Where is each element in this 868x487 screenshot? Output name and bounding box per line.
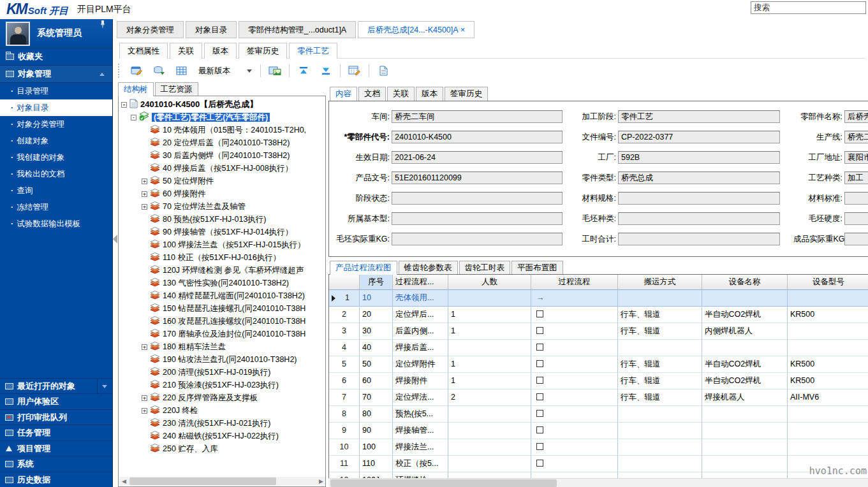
sidebar-subitem[interactable]: 我检出的文档	[0, 166, 112, 182]
sidebar-item[interactable]: 系统	[0, 456, 112, 472]
field-input[interactable]	[392, 212, 563, 225]
cell-flow[interactable]	[531, 456, 618, 472]
tree-operation-node[interactable]: 30 后盖内侧焊（同2401010-T38H2)	[121, 149, 325, 162]
scrollbar-thumb[interactable]	[330, 479, 557, 487]
content-tab[interactable]: 文档	[358, 87, 386, 101]
row-header-cell[interactable]: 7	[329, 389, 360, 406]
cell-equipment[interactable]	[702, 423, 788, 439]
cell-seq[interactable]: 70	[360, 389, 393, 406]
row-header-cell[interactable]: 4	[329, 340, 360, 356]
cell-transport[interactable]: 行车、辊道	[618, 389, 702, 406]
cell-seq[interactable]: 80	[360, 406, 393, 423]
tree-operation-node[interactable]: +220 反序焊管路座及支撑板	[121, 391, 325, 404]
cell-transport[interactable]: 行车、辊道	[618, 323, 702, 340]
cell-people[interactable]	[448, 439, 531, 456]
search-input[interactable]	[751, 1, 866, 14]
cell-name[interactable]: 壳体领用...	[393, 290, 448, 307]
table-row[interactable]: 550定位焊附件1行车、辊道半自动CO2焊机KR500	[329, 356, 868, 373]
table-row[interactable]: 10100焊接法兰...	[329, 439, 868, 456]
field-input[interactable]: 2021-06-24	[392, 151, 563, 164]
cell-equipment[interactable]: 焊接机器人	[702, 389, 788, 406]
tree-operation-node[interactable]: 160 攻琵琶孔连接螺纹(同2401010-T38H	[121, 315, 325, 328]
cell-equipment[interactable]	[702, 406, 788, 423]
main-tab[interactable]: 对象目录	[186, 21, 237, 38]
field-input[interactable]: 桥壳二车间	[392, 110, 563, 123]
content-tab[interactable]: 内容	[330, 87, 357, 101]
field-input[interactable]	[618, 192, 780, 205]
tree-operation-node[interactable]: 90 焊接轴管（按51XF-HJ-014执行）	[121, 226, 325, 238]
field-input[interactable]: 桥壳总成	[618, 171, 780, 184]
tree-tab[interactable]: 工艺资源	[155, 82, 198, 96]
cell-seq[interactable]: 90	[360, 423, 393, 439]
table-row[interactable]: 11110校正（按5...	[329, 456, 868, 472]
table-header-cell[interactable]: 过程流程...	[393, 275, 448, 290]
scrollbar-thumb[interactable]	[129, 477, 276, 485]
content-tab[interactable]: 关联	[387, 87, 415, 101]
document-tab[interactable]: 文档属性	[119, 43, 168, 59]
tree-operation-node[interactable]: 80 预热(按51XF-HJ-013执行)	[121, 213, 325, 226]
expander-plus-icon[interactable]: +	[142, 204, 147, 210]
cell-name[interactable]: 定位焊法...	[393, 389, 448, 406]
row-header-cell[interactable]: 11	[329, 456, 360, 472]
scroll-left-icon[interactable]: ◀	[119, 477, 129, 486]
tree-operation-node[interactable]: 40 焊接后盖（按51XF-HJ-008执行）	[121, 162, 325, 175]
cell-flow[interactable]	[531, 323, 618, 340]
tree-operation-node[interactable]: 240 粘磁铁(按51XF-HJ-022执行)	[121, 430, 325, 442]
sidebar-collapse-icon[interactable]	[113, 235, 117, 244]
collapse-to-bottom-button[interactable]	[318, 63, 334, 78]
tree-operation-node[interactable]: +180 粗精车法兰盘	[121, 340, 325, 353]
tree-operation-node[interactable]: 140 精镗琵琶孔端面(同2401010-T38H2)	[121, 289, 325, 302]
document-tab[interactable]: 签审历史	[239, 43, 287, 59]
tree-operation-node[interactable]: 250 贮存、入库	[121, 442, 325, 455]
sidebar-subitem[interactable]: 试验数据输出模板	[0, 215, 112, 232]
row-header-cell[interactable]: 10	[329, 439, 360, 456]
field-input[interactable]: 桥壳二	[844, 131, 868, 143]
cell-equipment[interactable]	[702, 439, 788, 456]
cell-flow[interactable]	[531, 406, 618, 423]
main-tab[interactable]: 零部件结构管理_...oduct1]A	[239, 21, 356, 38]
checkbox[interactable]	[536, 393, 543, 400]
cell-model[interactable]	[788, 423, 868, 439]
checkbox[interactable]	[536, 310, 543, 317]
document-tab[interactable]: 版本	[204, 43, 237, 59]
tree-operation-node[interactable]: 150 钻琵琶孔连接螺孔(同2401010-T38H	[121, 302, 325, 315]
cell-equipment[interactable]: 半自动CO2焊机	[702, 356, 788, 373]
edit-document-button[interactable]	[129, 63, 145, 78]
sidebar-item[interactable]: 项目管理	[0, 440, 112, 456]
cell-model[interactable]	[788, 340, 868, 356]
field-input[interactable]	[844, 212, 868, 225]
field-input[interactable]: 零件工艺	[618, 110, 780, 123]
cell-name[interactable]: 焊接后盖...	[393, 340, 448, 356]
field-input[interactable]: 51E201601120099	[392, 171, 563, 184]
expander-plus-icon[interactable]: +	[142, 344, 147, 350]
table-row[interactable]: 660焊接附件1行车、辊道半自动CO2焊机KR500	[329, 373, 868, 389]
cell-transport[interactable]	[618, 406, 702, 423]
row-header-cell[interactable]: 8	[329, 406, 360, 423]
tree-operation-node[interactable]: 110 校正（按51XF-HJ-016执行）	[121, 251, 325, 264]
field-input[interactable]	[618, 212, 780, 225]
cell-name[interactable]: 定位焊附件	[393, 356, 448, 373]
sidebar-subitem[interactable]: 创建对象	[0, 133, 112, 149]
database-sync-button[interactable]	[151, 63, 168, 78]
tree-operation-node[interactable]: +70 定位焊法兰盘及轴管	[121, 200, 325, 213]
table-row[interactable]: 990焊接轴管...	[329, 423, 868, 439]
scroll-right-icon[interactable]: ▶	[316, 477, 326, 486]
cell-seq[interactable]: 50	[360, 356, 393, 373]
tree-operation-node[interactable]: 200 清理(按51XF-HJ-019执行)	[121, 366, 325, 379]
table-header-cell[interactable]: 序号	[360, 275, 393, 290]
content-tab[interactable]: 签审历史	[445, 87, 488, 101]
sidebar-item[interactable]: 用户体验区	[0, 393, 112, 409]
tree-operation-node[interactable]: +60 焊接附件	[121, 187, 325, 200]
cell-transport[interactable]: 行车、辊道	[618, 307, 702, 323]
table-header-cell[interactable]: 人数	[448, 275, 531, 290]
sidebar-subitem[interactable]: 目录管理	[0, 83, 112, 99]
cell-transport[interactable]	[618, 340, 702, 356]
cell-equipment[interactable]	[702, 290, 788, 307]
avatar[interactable]	[6, 22, 30, 46]
table-row[interactable]: 110壳体领用...→	[329, 290, 868, 307]
table-header-cell[interactable]: 搬运方式	[618, 275, 702, 290]
cell-flow[interactable]	[531, 307, 618, 323]
cell-flow[interactable]	[531, 439, 618, 456]
table-row[interactable]: 440焊接后盖...	[329, 340, 868, 356]
toolbar-grip[interactable]	[118, 64, 121, 78]
